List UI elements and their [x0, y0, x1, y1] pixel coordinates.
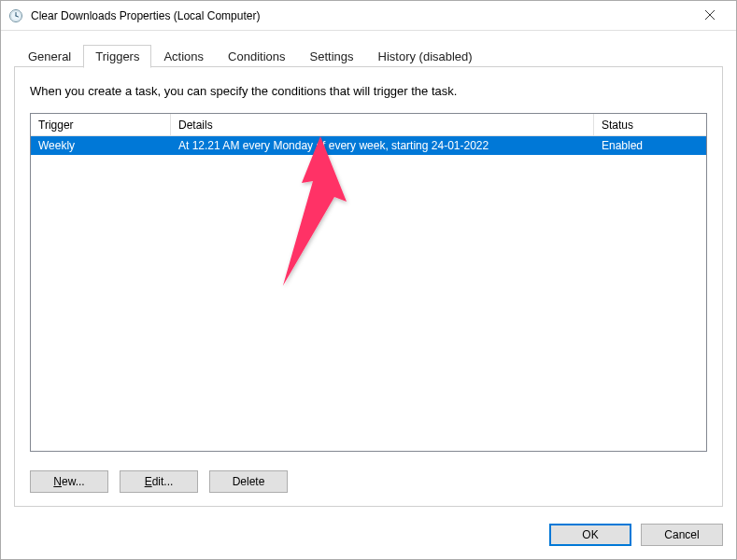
edit-button[interactable]: Edit...	[120, 470, 198, 493]
table-row[interactable]: Weekly At 12.21 AM every Monday of every…	[31, 136, 706, 155]
delete-button[interactable]: Delete	[209, 470, 288, 493]
dialog-footer: OK Cancel	[1, 516, 736, 559]
tab-actions[interactable]: Actions	[151, 45, 216, 68]
column-header-details[interactable]: Details	[171, 114, 594, 135]
cell-status: Enabled	[594, 136, 706, 155]
titlebar: Clear Downloads Properties (Local Comput…	[1, 1, 736, 31]
window-title: Clear Downloads Properties (Local Comput…	[31, 9, 691, 22]
content-area: General Triggers Actions Conditions Sett…	[1, 31, 736, 516]
new-button-label: New...	[53, 475, 84, 488]
tab-general[interactable]: General	[16, 45, 83, 68]
ok-button[interactable]: OK	[549, 524, 631, 546]
edit-button-label: Edit...	[145, 475, 174, 488]
tab-strip: General Triggers Actions Conditions Sett…	[14, 44, 723, 67]
tab-triggers[interactable]: Triggers	[83, 45, 151, 68]
trigger-buttons-row: New... Edit... Delete	[30, 470, 707, 493]
hint-text: When you create a task, you can specify …	[30, 84, 707, 98]
close-icon	[704, 9, 716, 21]
tab-history[interactable]: History (disabled)	[366, 45, 485, 68]
tab-panel-triggers: When you create a task, you can specify …	[14, 67, 723, 507]
cell-trigger: Weekly	[31, 136, 171, 155]
task-scheduler-icon	[8, 8, 23, 23]
new-button[interactable]: New...	[30, 470, 108, 493]
close-button[interactable]	[691, 8, 729, 23]
cancel-button[interactable]: Cancel	[641, 524, 723, 546]
tab-conditions[interactable]: Conditions	[216, 45, 297, 68]
column-header-row: Trigger Details Status	[31, 114, 706, 136]
column-header-status[interactable]: Status	[594, 114, 706, 135]
dialog-window: Clear Downloads Properties (Local Comput…	[0, 0, 737, 560]
cell-details: At 12.21 AM every Monday of every week, …	[171, 136, 594, 155]
rows-container: Weekly At 12.21 AM every Monday of every…	[31, 136, 706, 451]
trigger-listview[interactable]: Trigger Details Status Weekly At 12.21 A…	[30, 113, 707, 452]
column-header-trigger[interactable]: Trigger	[31, 114, 171, 135]
tab-settings[interactable]: Settings	[298, 45, 366, 68]
